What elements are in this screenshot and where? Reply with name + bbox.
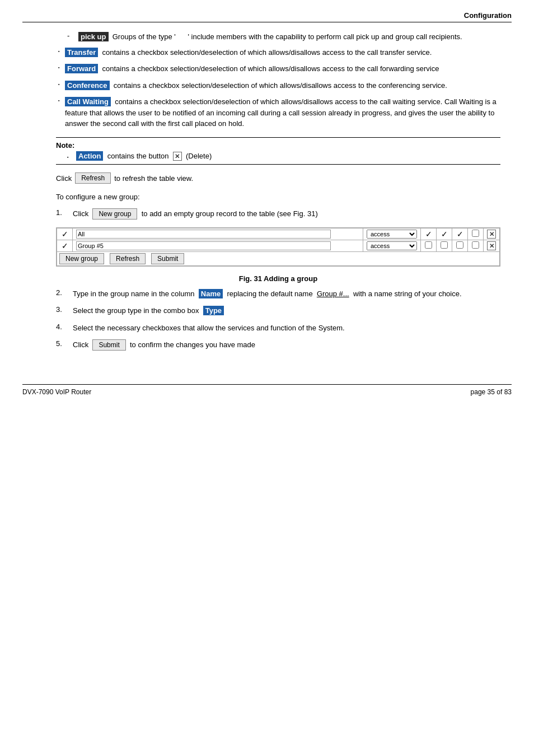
bullet-marker-1: ▪ <box>56 47 65 53</box>
conference-highlight: Conference <box>65 81 110 90</box>
check-extra-group5[interactable] <box>472 241 479 249</box>
check-forward-group5[interactable] <box>441 241 448 249</box>
note-box: Note: ▪ Action contains the button ✕ (De… <box>56 137 500 165</box>
check-group5-1[interactable]: ✓ <box>62 241 68 250</box>
bullet-forward-text: Forward contains a checkbox selection/de… <box>65 63 500 74</box>
dash-marker: - <box>67 31 78 43</box>
name-highlight: Name <box>199 289 223 298</box>
footer-bar: DVX-7090 VoIP Router page 35 of 83 <box>22 384 512 396</box>
action-highlight: Action <box>76 151 103 161</box>
refresh-button-table[interactable]: Refresh <box>110 253 146 264</box>
bullet-marker-3: ▪ <box>56 80 65 86</box>
delete-all-icon[interactable]: ✕ <box>487 230 496 239</box>
note-bullet: ▪ <box>67 153 76 159</box>
bullet-conference-text: Conference contains a checkbox selection… <box>65 80 500 91</box>
groups-table: ✓ access ✓ ✓ ✓ ✕ ✓ <box>56 227 500 267</box>
delete-group5-icon[interactable]: ✕ <box>487 241 496 250</box>
new-group-button-step1[interactable]: New group <box>92 208 137 220</box>
bullet-transfer-text: Transfer contains a checkbox selection/d… <box>65 47 500 58</box>
step-5-num: 5. <box>56 339 73 348</box>
transfer-highlight: Transfer <box>65 48 98 57</box>
check-conference-all[interactable]: ✓ <box>457 230 463 239</box>
type-highlight: Type <box>203 306 224 315</box>
check-transfer-all[interactable]: ✓ <box>425 230 432 239</box>
configure-text: To configure a new group: <box>56 192 500 203</box>
refresh-button[interactable]: Refresh <box>75 172 111 184</box>
check-all-1[interactable]: ✓ <box>62 230 68 239</box>
submit-button-table[interactable]: Submit <box>151 253 184 264</box>
check-transfer-group5[interactable] <box>425 241 432 249</box>
step-2-num: 2. <box>56 288 73 297</box>
step-4: 4. Select the necessary checkboxes that … <box>56 323 500 334</box>
group-name-input-all[interactable] <box>76 230 331 239</box>
forward-highlight: Forward <box>65 64 98 73</box>
pickup-highlight: pick up <box>78 32 109 41</box>
step-4-num: 4. <box>56 323 73 331</box>
refresh-line: Click Refresh to refresh the table view. <box>56 172 500 184</box>
type-select-group5[interactable]: access <box>367 241 417 250</box>
new-group-button-table[interactable]: New group <box>59 253 104 264</box>
check-extra-all[interactable] <box>472 230 479 237</box>
bullet-callwaiting-text: Call Waiting contains a checkbox selecti… <box>65 96 500 129</box>
table-row: ✓ access ✕ <box>57 240 500 252</box>
step-5: 5. Click Submit to confirm the changes y… <box>56 339 500 351</box>
footer-left: DVX-7090 VoIP Router <box>22 388 91 396</box>
check-forward-all[interactable]: ✓ <box>441 230 448 239</box>
group-name-input-group5[interactable] <box>76 241 331 250</box>
header-right: Configuration <box>22 11 512 22</box>
type-select-all[interactable]: access <box>367 230 417 239</box>
group-name-group5[interactable] <box>73 240 363 252</box>
note-label: Note: <box>56 141 500 150</box>
step-3-num: 3. <box>56 305 73 314</box>
step-4-text: Select the necessary checkboxes that all… <box>73 323 345 334</box>
bullet-marker-4: ▪ <box>56 96 65 102</box>
table-footer-row: New group Refresh Submit <box>57 252 500 266</box>
delete-icon: ✕ <box>173 152 182 161</box>
pickup-text: Groups of the type ' ' include members w… <box>113 32 462 41</box>
note-text: Action contains the button ✕ (Delete) <box>76 152 212 161</box>
table-row: ✓ access ✓ ✓ ✓ ✕ <box>57 228 500 240</box>
callwaiting-highlight: Call Waiting <box>65 97 111 106</box>
submit-button-step5[interactable]: Submit <box>92 339 125 351</box>
fig-caption: Fig. 31 Adding a group <box>56 274 500 283</box>
step-3: 3. Select the group type in the combo bo… <box>56 305 500 316</box>
check-conference-group5[interactable] <box>456 241 463 249</box>
bullet-marker-2: ▪ <box>56 63 65 69</box>
step-1-num: 1. <box>56 208 73 217</box>
group-default-name: Group #... <box>317 290 349 298</box>
step-1: 1. Click New group to add an empty group… <box>56 208 500 220</box>
group-name-all[interactable] <box>73 228 363 240</box>
footer-right: page 35 of 83 <box>471 388 512 396</box>
step-2: 2. Type in the group name in the column … <box>56 288 500 300</box>
